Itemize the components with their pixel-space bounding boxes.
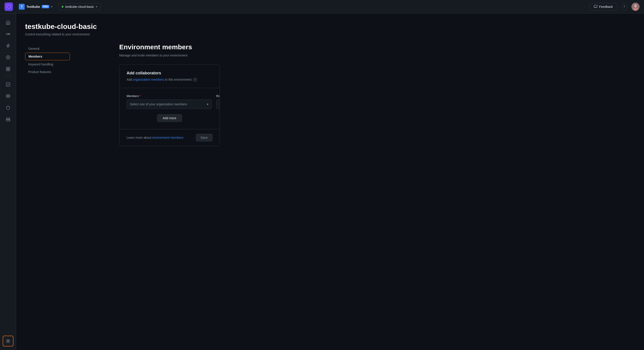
sidebar-item-shield[interactable] <box>3 102 14 113</box>
body-layout: General Members Keyword handling Product… <box>25 43 635 146</box>
page-subtitle: Control everything related to your envir… <box>25 32 635 36</box>
svg-rect-2 <box>594 5 597 8</box>
env-members-link[interactable]: environment members <box>152 136 183 139</box>
sidebar-item-analytics[interactable] <box>3 52 14 63</box>
subnav-item-general[interactable]: General <box>25 45 70 52</box>
add-more-row: Add more <box>126 114 212 123</box>
env-selector[interactable]: testkube-cloud-basic ▾ <box>58 3 100 10</box>
subnav-item-keyword-handling[interactable]: Keyword handling <box>25 61 70 68</box>
topnav: T Testkube PRO ▾ testkube-cloud-basic ▾ … <box>0 0 644 14</box>
chevron-down-icon: ▾ <box>207 102 208 106</box>
shield-icon <box>6 105 10 110</box>
footer-text: Learn more about environment members <box>126 136 184 139</box>
env-status-dot <box>62 6 64 8</box>
svg-rect-10 <box>6 67 8 69</box>
feedback-label: Feedback <box>599 5 613 8</box>
card-title: Add collaborators <box>126 71 212 76</box>
svg-rect-14 <box>6 83 10 86</box>
triggers-icon <box>6 32 10 36</box>
svg-rect-12 <box>6 69 8 71</box>
help-tooltip-icon[interactable]: ? <box>193 78 197 82</box>
svg-marker-1 <box>8 6 10 8</box>
sidebar <box>0 14 16 350</box>
svg-point-6 <box>6 34 8 35</box>
page-header: testkube-cloud-basic Control everything … <box>25 22 635 36</box>
sidebar-item-suites[interactable] <box>3 91 14 102</box>
chevron-down-icon: ▾ <box>96 5 97 8</box>
svg-rect-15 <box>6 94 10 95</box>
env-name: testkube-cloud-basic <box>65 5 94 8</box>
help-button[interactable]: ? <box>621 3 628 10</box>
svg-rect-13 <box>8 69 10 71</box>
role-form-group: Role * Read ▾ <box>216 94 220 109</box>
settings-icon <box>6 338 10 344</box>
card-header: Add collaborators Add organization membe… <box>120 64 220 88</box>
sidebar-item-lightning[interactable] <box>3 40 14 51</box>
app-logo[interactable] <box>4 2 13 11</box>
subnav-item-members[interactable]: Members <box>25 53 70 60</box>
card-footer: Learn more about environment members Sav… <box>120 129 220 146</box>
svg-rect-17 <box>6 97 10 98</box>
artifacts-icon <box>6 66 10 72</box>
tests-icon <box>6 82 10 87</box>
org-selector[interactable]: T Testkube PRO ▾ <box>16 2 55 11</box>
role-label: Role * <box>216 94 220 98</box>
section-title: Environment members <box>119 43 220 51</box>
feedback-button[interactable]: Feedback <box>590 3 617 10</box>
svg-point-20 <box>9 118 10 119</box>
members-select[interactable]: Select one of your organization members … <box>126 100 212 109</box>
save-button[interactable]: Save <box>196 134 212 142</box>
sidebar-item-home[interactable] <box>3 17 14 28</box>
page-title: testkube-cloud-basic <box>25 22 635 31</box>
subnav: General Members Keyword handling Product… <box>25 43 70 146</box>
suites-icon <box>6 94 10 98</box>
org-members-link[interactable]: organization members <box>133 78 164 81</box>
sidebar-item-server[interactable] <box>3 114 14 125</box>
user-avatar[interactable] <box>632 3 640 11</box>
home-icon <box>6 20 10 25</box>
help-icon: ? <box>624 5 625 8</box>
role-select[interactable]: Read ▾ <box>216 100 220 109</box>
svg-point-8 <box>6 56 10 59</box>
sidebar-item-settings[interactable] <box>3 336 14 346</box>
subnav-item-product-features[interactable]: Product features <box>25 68 70 76</box>
page-content: testkube-cloud-basic Control everything … <box>16 14 644 350</box>
main-layout: testkube-cloud-basic Control everything … <box>0 14 644 350</box>
add-more-button[interactable]: Add more <box>157 114 182 122</box>
content-area: Environment members Manage and invite me… <box>119 43 220 146</box>
lightning-icon <box>6 43 10 48</box>
server-icon <box>6 117 10 122</box>
svg-rect-11 <box>8 67 10 69</box>
form-section: Members * Select one of your organizatio… <box>120 88 220 129</box>
svg-point-9 <box>8 57 9 58</box>
pro-badge: PRO <box>42 5 49 8</box>
section-subtitle: Manage and invite members to your enviro… <box>119 54 220 57</box>
svg-rect-16 <box>6 96 10 96</box>
members-form-group: Members * Select one of your organizatio… <box>126 94 212 109</box>
org-name: Testkube <box>26 5 40 8</box>
user-photo <box>632 3 640 11</box>
svg-point-22 <box>8 340 9 342</box>
members-label: Members * <box>126 94 212 98</box>
role-value: Read <box>220 102 220 106</box>
card-description: Add organization members to this environ… <box>126 78 212 82</box>
svg-point-4 <box>634 4 637 8</box>
analytics-icon <box>6 55 10 60</box>
svg-point-21 <box>9 120 10 120</box>
sidebar-item-triggers[interactable] <box>3 29 14 40</box>
sidebar-item-tests[interactable] <box>3 79 14 90</box>
members-placeholder: Select one of your organization members <box>130 102 187 106</box>
org-avatar: T <box>19 4 25 10</box>
form-row: Members * Select one of your organizatio… <box>126 94 212 109</box>
feedback-icon <box>594 5 598 8</box>
required-indicator: * <box>140 94 141 98</box>
add-collaborators-card: Add collaborators Add organization membe… <box>119 64 220 146</box>
sidebar-item-artifacts[interactable] <box>3 64 14 74</box>
chevron-down-icon: ▾ <box>51 5 52 8</box>
